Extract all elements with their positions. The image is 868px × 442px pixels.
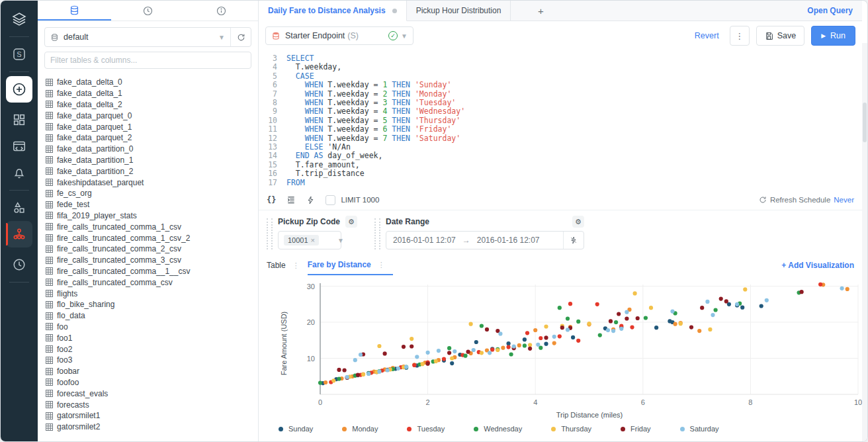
scatter-point[interactable] [353,358,357,362]
table-list-item[interactable]: flo_data [46,310,258,322]
history-clock-icon[interactable] [6,251,32,278]
scatter-point[interactable] [576,320,580,324]
scatter-point[interactable] [633,291,637,295]
scatter-point[interactable] [517,343,521,347]
gear-icon[interactable]: ⚙ [345,216,357,228]
scatter-point[interactable] [442,357,446,361]
scatter-point[interactable] [383,351,387,355]
scatter-point[interactable] [700,306,704,310]
add-visualization-button[interactable]: + Add Visualization [781,261,854,270]
scatter-point[interactable] [673,322,677,326]
table-list-item[interactable]: foofoo [46,377,258,388]
scatter-point[interactable] [711,313,715,317]
scatter-point[interactable] [679,322,683,326]
scatter-point[interactable] [525,331,529,335]
scatter-point[interactable] [625,316,629,320]
template-braces-button[interactable]: {} [267,195,276,204]
revert-button[interactable]: Revert [695,31,719,40]
scatter-point[interactable] [426,351,430,355]
refresh-schedule-value[interactable]: Never [834,196,854,204]
table-list-item[interactable]: fake_data_delta_0 [46,77,258,88]
scatter-point[interactable] [609,319,613,323]
scatter-point[interactable] [396,367,400,371]
table-list-item[interactable]: fake_data_partition_2 [46,165,258,177]
scatter-point[interactable] [689,326,693,330]
scatter-point[interactable] [343,368,347,372]
table-list-item[interactable]: fire_calls_truncated_comma_2_csv [46,243,258,255]
lineage-sitemap-icon[interactable] [6,221,32,247]
scatter-point[interactable] [507,345,511,349]
table-list-item[interactable]: flights [46,288,258,299]
scatter-point[interactable] [765,298,769,302]
scatter-point[interactable] [485,328,489,332]
scatter-point[interactable] [337,368,341,372]
scatter-point[interactable] [611,329,615,333]
scatter-point[interactable] [840,287,844,290]
run-button[interactable]: ▶ Run [811,26,855,46]
scatter-point[interactable] [544,342,548,346]
scatter-point[interactable] [472,348,476,352]
scatter-point[interactable] [595,302,599,306]
table-list-item[interactable]: fe_cs_org [46,188,258,199]
scatter-plot-area[interactable]: 0246810102030Trip Distance (miles)Fare A… [259,281,863,421]
scatter-point[interactable] [528,347,532,351]
scatter-point[interactable] [544,324,548,328]
scatter-point[interactable] [636,316,640,320]
scatter-point[interactable] [361,373,365,376]
table-list-item[interactable]: fake_data_partition_1 [46,155,258,166]
drag-handle[interactable] [374,218,380,249]
limit-checkbox[interactable] [326,195,335,205]
scatter-point[interactable] [724,299,728,303]
scatter-point[interactable] [359,353,363,357]
open-query-link[interactable]: Open Query [807,1,862,21]
layers-logo-icon[interactable] [6,6,32,32]
legend-item[interactable]: Thursday [551,425,591,433]
table-list-item[interactable]: forecast_evals [46,388,258,399]
scatter-point[interactable] [402,345,406,349]
notifications-bell-icon[interactable] [6,159,32,186]
scatter-point[interactable] [539,346,542,350]
scatter-point[interactable] [404,365,408,369]
scatter-point[interactable] [496,348,499,352]
save-button[interactable]: Save [756,26,805,46]
format-query-button[interactable] [286,195,296,204]
scatter-point[interactable] [566,328,570,332]
table-list-item[interactable]: forecasts [46,399,258,410]
scatter-point[interactable] [507,341,511,345]
scatter-point[interactable] [539,336,542,340]
drag-handle[interactable] [267,218,273,249]
table-list-item[interactable]: fede_test [46,199,258,210]
scatter-point[interactable] [714,308,718,312]
table-list-item[interactable]: fake_data_parquet_2 [46,132,258,144]
scatter-point[interactable] [345,375,349,379]
quick-range-bolt-button[interactable] [563,232,584,249]
scatter-point[interactable] [558,306,562,310]
scatter-point[interactable] [490,347,494,351]
table-list-item[interactable]: fake_data_parquet_1 [46,121,258,132]
new-tab-button[interactable]: + [511,1,570,21]
table-list-item[interactable]: fifa_2019_player_stats [46,210,258,222]
scatter-point[interactable] [846,287,849,291]
scatter-point[interactable] [576,339,580,343]
panel-tab-info[interactable] [185,1,258,21]
scatter-point[interactable] [480,351,484,355]
table-list-item[interactable]: fake_data_delta_1 [46,88,258,99]
scatter-point[interactable] [480,324,484,328]
datasource-select[interactable]: default ▼ [44,27,251,47]
tables-filter-input[interactable]: Filter tables & columns... [44,52,251,69]
legend-item[interactable]: Sunday [279,425,313,433]
gear-icon[interactable]: ⚙ [572,216,584,228]
scatter-point[interactable] [386,368,390,372]
table-list-item[interactable]: fire_calls_truncated_comma__1__csv [46,266,258,277]
legend-item[interactable]: Monday [342,425,378,433]
scatter-point[interactable] [426,362,430,366]
scatter-point[interactable] [606,328,610,332]
table-list-item[interactable]: fire_calls_truncated_comma_1_csv_2 [46,232,258,243]
scatter-point[interactable] [501,346,505,350]
date-start-value[interactable]: 2016-01-01 12:07 [386,236,462,245]
scatter-point[interactable] [614,320,618,324]
scatter-point[interactable] [474,340,478,344]
table-list-item[interactable]: fire_calls_truncated_comma_csv [46,277,258,288]
scatter-point[interactable] [453,349,456,353]
legend-item[interactable]: Friday [621,425,651,433]
